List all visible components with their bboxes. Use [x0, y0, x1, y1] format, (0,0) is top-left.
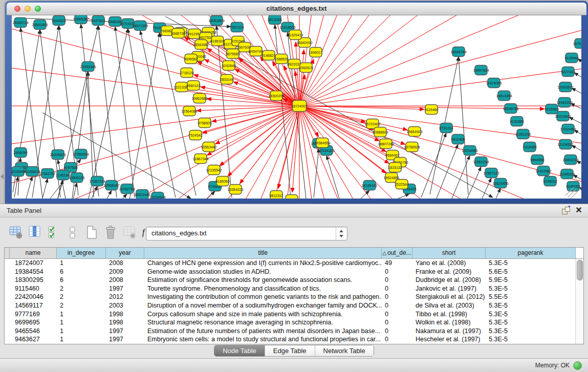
graph-node[interactable]: 13354223 [227, 185, 243, 194]
graph-node[interactable]: 1815132 [388, 163, 402, 172]
graph-node[interactable]: 18300295 [268, 91, 284, 101]
close-panel-icon[interactable] [575, 206, 583, 215]
graph-node[interactable]: 10234566 [462, 146, 477, 156]
graph-node[interactable]: 11867344 [193, 154, 209, 164]
graph-node[interactable]: 8454749 [249, 47, 263, 56]
show-column-icon[interactable] [27, 225, 42, 240]
graph-node[interactable]: 11261246 [515, 129, 531, 139]
column-header-out_degree[interactable]: △out_de... [382, 248, 412, 258]
graph-node[interactable]: 9227343 [561, 67, 575, 77]
graph-node[interactable]: 10453213 [562, 155, 578, 165]
graph-node[interactable]: 12567123 [483, 168, 499, 178]
graph-node[interactable]: 1696017 [309, 48, 322, 57]
table-row[interactable]: 2242004622012Investigating the contribut… [5, 293, 576, 301]
graph-node[interactable]: 10688609 [372, 127, 388, 137]
graph-node[interactable]: 11045324 [559, 169, 575, 179]
graph-node[interactable]: 9165065 [215, 177, 229, 186]
table-row[interactable]: 1456911722003Disruption of a novel membe… [5, 301, 576, 310]
graph-node[interactable]: 14671355 [132, 21, 148, 31]
graph-node[interactable]: 3315945 [12, 167, 25, 177]
graph-node[interactable]: 17957224 [89, 177, 105, 186]
graph-node[interactable]: 9912456 [451, 135, 465, 144]
graph-node[interactable]: 9245055 [566, 182, 580, 191]
graph-node[interactable]: 10234221 [284, 195, 299, 199]
graph-node[interactable]: 10862688 [191, 94, 207, 103]
table-settings-icon[interactable] [8, 225, 24, 240]
graph-node[interactable]: 12410562 [535, 166, 551, 176]
graph-node[interactable]: 2718126 [180, 68, 193, 78]
graph-node[interactable]: 17210453 [560, 124, 576, 134]
tab-edge-table[interactable]: Edge Table [265, 345, 315, 356]
table-selector-dropdown[interactable]: citations_edges.txt [146, 227, 347, 240]
graph-node[interactable]: 16053809 [208, 16, 224, 26]
graph-node[interactable]: 12564088 [181, 106, 197, 116]
graph-node[interactable]: 8813054 [268, 15, 281, 25]
graph-node[interactable]: 7557224 [230, 23, 244, 32]
graph-node[interactable]: 9334523 [52, 16, 66, 26]
graph-node[interactable]: 9696562 [184, 54, 198, 64]
table-row[interactable]: 1938455462009Genome-wide association stu… [5, 268, 576, 276]
graph-node[interactable]: 18724007 [291, 100, 307, 112]
graph-node[interactable]: 11561234 [473, 157, 489, 167]
graph-node[interactable]: 16543982 [193, 40, 209, 50]
column-header-pagerank[interactable]: pagerank [486, 248, 576, 258]
column-header-short[interactable]: short [412, 248, 486, 258]
sidebar-resize-handle[interactable] [1, 174, 4, 179]
graph-node[interactable]: 11156819 [25, 167, 40, 177]
graph-node[interactable]: 9668736 [171, 29, 185, 38]
graph-node[interactable]: 12444159 [556, 98, 572, 107]
graph-node[interactable]: 19654923 [406, 127, 422, 137]
delete-column-icon[interactable] [103, 225, 118, 240]
graph-node[interactable]: 16648784 [450, 47, 466, 57]
graph-node[interactable]: 1588520 [274, 54, 288, 64]
graph-node[interactable]: 14513354 [496, 91, 512, 101]
graph-node[interactable]: 10563442 [201, 142, 216, 152]
table-row[interactable]: 911546021997Tourette syndrome. Phenomeno… [5, 285, 576, 293]
table-scrollbar[interactable] [575, 259, 583, 344]
table-row[interactable]: 977716911998Corpus callosum shape and si… [5, 310, 576, 319]
graph-node[interactable]: 19756928 [404, 142, 420, 152]
graph-node[interactable]: 2406059 [13, 148, 27, 158]
table-row[interactable]: 969969511998Structural magnetic resonanc… [5, 318, 576, 327]
graph-node[interactable]: 9146821 [262, 51, 275, 60]
network-canvas[interactable]: 2405572420691406933452310655287152760284… [12, 15, 581, 199]
graph-node[interactable]: 9560123 [186, 81, 200, 91]
graph-node[interactable]: 7524542 [188, 130, 202, 140]
column-header-title[interactable]: title [144, 248, 382, 258]
graph-node[interactable]: 10655287 [73, 15, 89, 24]
graph-node[interactable]: 9245012 [543, 177, 557, 186]
unselect-columns-icon[interactable] [65, 225, 80, 240]
graph-node[interactable]: 14136141 [361, 181, 377, 190]
graph-node[interactable]: 18807249 [378, 139, 394, 149]
graph-node[interactable]: 10234544 [149, 192, 165, 199]
graph-node[interactable]: 7916450 [522, 142, 536, 152]
select-columns-icon[interactable] [46, 225, 61, 240]
graph-node[interactable]: 9115460 [425, 105, 439, 115]
graph-node[interactable]: 20206576 [50, 150, 66, 160]
graph-node[interactable]: 9129946 [564, 53, 578, 63]
column-header-year[interactable]: year [106, 248, 144, 258]
graph-node[interactable]: 12093872 [557, 82, 573, 92]
graph-node[interactable]: 1145194 [56, 170, 70, 180]
column-header-in_degree[interactable]: in_degree [57, 248, 106, 258]
graph-node[interactable]: 16210643 [555, 112, 571, 121]
graph-node[interactable]: 9131560 [510, 117, 524, 126]
graph-node[interactable]: 24055724 [12, 18, 28, 28]
tab-network-table[interactable]: Network Table [315, 345, 374, 356]
graph-node[interactable]: 10997834 [473, 65, 489, 75]
graph-node[interactable]: 9875685 [226, 49, 239, 59]
graph-node[interactable]: 13505135 [69, 173, 84, 183]
window-titlebar[interactable]: citations_edges.txt [7, 3, 586, 15]
tab-node-table[interactable]: Node Table [214, 345, 265, 356]
graph-node[interactable]: 17359924 [73, 149, 89, 159]
graph-node[interactable]: 11325419 [288, 30, 303, 40]
table-row[interactable]: 1830029562008Estimation of significance … [5, 276, 576, 285]
graph-node[interactable]: 19384554 [314, 138, 330, 148]
graph-node[interactable]: 10958187 [103, 181, 119, 190]
graph-node[interactable]: 1562615 [299, 63, 313, 73]
graph-node[interactable]: 9694568 [530, 155, 544, 165]
graph-node[interactable]: 17342757 [39, 169, 55, 179]
table-scrollbar-thumb[interactable] [577, 260, 583, 280]
graph-node[interactable]: 12104532 [557, 140, 573, 149]
graph-node[interactable]: 9812312 [269, 191, 283, 199]
